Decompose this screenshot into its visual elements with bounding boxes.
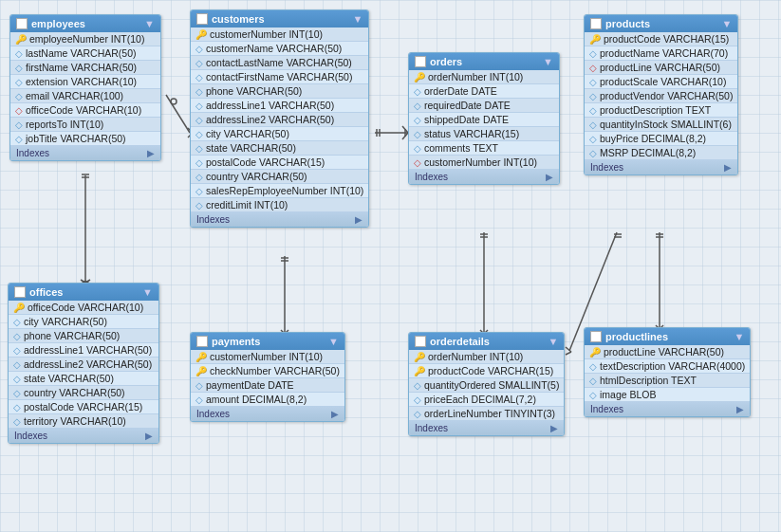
- field-name: firstName VARCHAR(50): [26, 62, 137, 73]
- table-header-products: products ▼: [585, 15, 737, 32]
- field-icon: ◇: [15, 77, 23, 87]
- field-row: ◇status VARCHAR(15): [409, 127, 559, 141]
- key-icon: 🔑: [589, 34, 601, 45]
- indexes-row[interactable]: Indexes▶: [191, 407, 344, 421]
- field-row: ◇orderLineNumber TINYINT(3): [409, 407, 564, 421]
- field-name: officeCode VARCHAR(10): [28, 302, 143, 313]
- field-row: ◇country VARCHAR(50): [9, 386, 158, 400]
- expand-arrow-icon[interactable]: ▼: [722, 18, 733, 29]
- field-icon: ◇: [195, 115, 203, 125]
- table-payments[interactable]: payments ▼🔑customerNumber INT(10)🔑checkN…: [190, 332, 345, 422]
- table-productlines[interactable]: productlines ▼🔑productLine VARCHAR(50)◇t…: [584, 327, 751, 417]
- field-name: checkNumber VARCHAR(50): [210, 365, 340, 376]
- table-employees[interactable]: employees ▼🔑employeeNumber INT(10)◇lastN…: [9, 14, 161, 161]
- expand-arrow-icon[interactable]: ▼: [543, 56, 553, 67]
- table-orderdetails[interactable]: orderdetails ▼🔑orderNumber INT(10)🔑produ…: [408, 332, 565, 436]
- field-name: creditLimit INT(10): [206, 199, 288, 211]
- field-row: ◇requiredDate DATE: [409, 99, 559, 113]
- key-icon: 🔑: [195, 352, 207, 362]
- field-icon: ◇: [15, 48, 23, 59]
- indexes-arrow-icon: ▶: [145, 431, 153, 441]
- indexes-arrow-icon: ▶: [546, 172, 553, 182]
- indexes-row[interactable]: Indexes▶: [409, 421, 564, 435]
- field-row: ◇quantityOrdered SMALLINT(5): [409, 378, 564, 393]
- field-icon: ◇: [414, 143, 421, 154]
- svg-line-7: [166, 95, 190, 133]
- field-row: ◇productLine VARCHAR(50): [585, 61, 737, 75]
- field-name: salesRepEmployeeNumber INT(10): [206, 185, 363, 196]
- field-row: ◇quantityInStock SMALLINT(6): [585, 118, 737, 132]
- field-icon: ◇: [195, 143, 203, 154]
- field-row: ◇MSRP DECIMAL(8,2): [585, 146, 737, 160]
- indexes-label: Indexes: [14, 431, 47, 441]
- field-name: productCode VARCHAR(15): [428, 365, 553, 376]
- field-row: ◇htmlDescription TEXT: [585, 374, 750, 388]
- field-icon: ◇: [15, 134, 23, 144]
- indexes-row[interactable]: Indexes▶: [585, 402, 750, 416]
- field-name: comments TEXT: [424, 142, 498, 154]
- svg-line-31: [566, 352, 571, 355]
- table-title: orderdetails: [430, 336, 490, 347]
- field-row: ◇productScale VARCHAR(10): [585, 75, 737, 89]
- field-name: contactLastName VARCHAR(50): [206, 57, 352, 68]
- field-row: ◇orderDate DATE: [409, 84, 559, 99]
- indexes-row[interactable]: Indexes▶: [409, 170, 559, 184]
- expand-arrow-icon[interactable]: ▼: [734, 331, 744, 342]
- table-orders[interactable]: orders ▼🔑orderNumber INT(10)◇orderDate D…: [408, 52, 560, 185]
- field-row: ◇phone VARCHAR(50): [191, 84, 368, 99]
- field-icon: ◇: [195, 129, 203, 139]
- expand-arrow-icon[interactable]: ▼: [328, 336, 339, 347]
- table-icon: [590, 331, 602, 342]
- field-row: ◇postalCode VARCHAR(15): [9, 400, 158, 414]
- field-name: requiredDate DATE: [424, 100, 511, 111]
- key-icon: 🔑: [195, 29, 207, 40]
- indexes-row[interactable]: Indexes▶: [10, 146, 160, 160]
- field-icon: ◇: [589, 77, 597, 87]
- field-name: addressLine1 VARCHAR(50): [206, 100, 334, 111]
- indexes-row[interactable]: Indexes▶: [9, 429, 158, 443]
- field-name: orderDate DATE: [424, 85, 497, 97]
- field-name: customerNumber INT(10): [424, 156, 537, 168]
- field-icon: ◇: [13, 317, 21, 327]
- field-name: productLine VARCHAR(50): [600, 62, 720, 73]
- svg-point-8: [171, 99, 177, 104]
- field-row: ◇city VARCHAR(50): [9, 315, 158, 329]
- field-icon: ◇: [589, 105, 597, 116]
- field-name: email VARCHAR(100): [26, 90, 123, 101]
- table-icon: [16, 18, 28, 29]
- field-name: city VARCHAR(50): [206, 128, 289, 139]
- field-name: productScale VARCHAR(10): [600, 76, 726, 87]
- field-icon: ◇: [13, 331, 21, 341]
- field-icon: ◇: [195, 186, 203, 196]
- expand-arrow-icon[interactable]: ▼: [352, 13, 363, 25]
- table-header-customers: customers ▼: [191, 10, 368, 28]
- expand-arrow-icon[interactable]: ▼: [549, 336, 559, 347]
- field-name: country VARCHAR(50): [206, 171, 307, 182]
- table-header-productlines: productlines ▼: [585, 328, 750, 345]
- field-row: ◇addressLine2 VARCHAR(50): [9, 358, 158, 372]
- indexes-row[interactable]: Indexes▶: [191, 212, 368, 227]
- field-icon: ◇: [15, 63, 23, 73]
- field-name: jobTitle VARCHAR(50): [26, 133, 126, 144]
- field-row: 🔑productCode VARCHAR(15): [585, 32, 737, 46]
- field-icon: ◇: [195, 44, 203, 54]
- table-icon: [415, 336, 426, 347]
- table-products[interactable]: products ▼🔑productCode VARCHAR(15)◇produ…: [584, 14, 738, 175]
- field-row: ◇customerName VARCHAR(50): [191, 42, 368, 56]
- field-name: reportsTo INT(10): [26, 119, 103, 130]
- expand-arrow-icon[interactable]: ▼: [144, 18, 155, 29]
- field-name: addressLine2 VARCHAR(50): [24, 358, 152, 370]
- field-name: city VARCHAR(50): [24, 316, 107, 327]
- key-icon: 🔑: [15, 34, 27, 45]
- field-row: ◇contactFirstName VARCHAR(50): [191, 70, 368, 84]
- table-offices[interactable]: offices ▼🔑officeCode VARCHAR(10)◇city VA…: [8, 283, 159, 444]
- field-name: extension VARCHAR(10): [26, 76, 137, 87]
- field-icon: ◇: [13, 374, 21, 384]
- key-icon: 🔑: [414, 366, 425, 376]
- expand-arrow-icon[interactable]: ▼: [142, 286, 153, 298]
- field-icon: ◇: [13, 359, 21, 370]
- indexes-row[interactable]: Indexes▶: [585, 160, 737, 174]
- table-customers[interactable]: customers ▼🔑customerNumber INT(10)◇custo…: [190, 9, 369, 228]
- table-title: products: [605, 18, 650, 29]
- table-icon: [590, 18, 602, 29]
